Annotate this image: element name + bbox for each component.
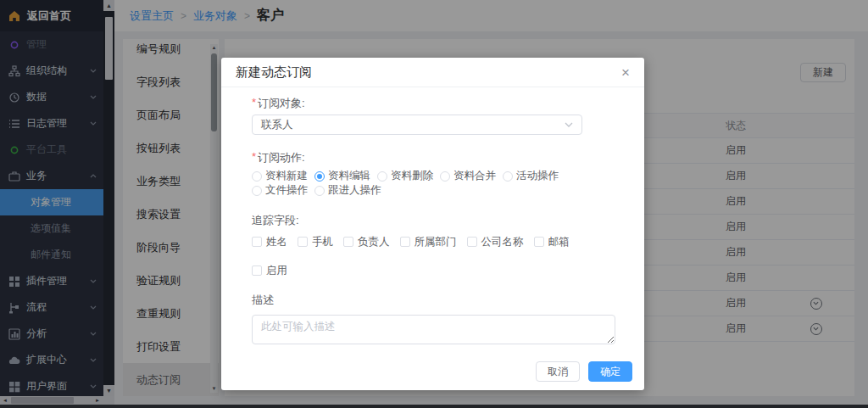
radio-follower-operation[interactable]: 跟进人操作: [314, 183, 381, 198]
checkbox-enable[interactable]: 启用: [252, 264, 605, 277]
radio-icon: [377, 171, 387, 182]
radio-file-operation[interactable]: 文件操作: [252, 183, 308, 198]
radio-icon: [314, 186, 325, 196]
checkbox-icon: [534, 237, 544, 247]
dialog-body: * 订阅对象: 联系人 * 订阅动作: 资料新建: [221, 87, 644, 347]
confirm-button[interactable]: 确定: [588, 361, 632, 382]
radio-data-delete[interactable]: 资料删除: [377, 169, 433, 183]
track-fields-label: 追踪字段:: [252, 213, 299, 228]
checkbox-icon: [343, 237, 353, 247]
checkbox-owner[interactable]: 负责人: [343, 235, 390, 249]
dialog-footer: 取消 确定: [536, 361, 632, 382]
cancel-button[interactable]: 取消: [536, 361, 580, 382]
required-mark: *: [252, 96, 256, 111]
subscribe-object-label: 订阅对象:: [258, 96, 305, 111]
description-field: 描述: [252, 293, 615, 347]
new-dynamic-subscription-dialog: 新建动态订阅 × * 订阅对象: 联系人 * 订阅动作:: [221, 58, 644, 390]
checkbox-department[interactable]: 所属部门: [400, 235, 457, 249]
enable-field: 启用: [252, 264, 615, 277]
selected-value: 联系人: [261, 118, 293, 132]
track-fields-options: 姓名 手机 负责人 所属部门 公司名称: [252, 235, 625, 249]
radio-icon: [252, 171, 262, 182]
radio-data-merge[interactable]: 资料合并: [440, 169, 496, 183]
subscribe-action-label: 订阅动作:: [258, 150, 305, 165]
chevron-down-icon: [565, 122, 573, 127]
track-fields-field: 追踪字段: 姓名 手机 负责人 所属部门: [252, 213, 615, 249]
dialog-title: 新建动态订阅: [236, 64, 312, 81]
checkbox-icon: [298, 237, 308, 247]
app-window: 返回首页 管理 组织结构 数据 日志管理: [0, 0, 868, 408]
radio-activity-operation[interactable]: 活动操作: [503, 169, 559, 183]
subscribe-action-options: 资料新建 资料编辑 资料删除 资料合并 活动操作: [252, 169, 625, 198]
radio-icon: [503, 171, 513, 182]
checkbox-icon: [467, 237, 477, 247]
checkbox-company-name[interactable]: 公司名称: [467, 235, 524, 249]
subscribe-action-field: * 订阅动作: 资料新建 资料编辑 资料删除 资料合并: [252, 150, 615, 198]
checkbox-icon: [252, 265, 262, 276]
checkbox-email[interactable]: 邮箱: [534, 235, 570, 249]
radio-icon: [314, 171, 325, 182]
radio-icon: [440, 171, 450, 182]
subscribe-object-field: * 订阅对象: 联系人: [252, 96, 615, 135]
subscribe-object-select[interactable]: 联系人: [252, 115, 582, 135]
description-label: 描述: [252, 293, 615, 308]
checkbox-icon: [400, 237, 410, 247]
radio-data-edit[interactable]: 资料编辑: [314, 169, 370, 183]
required-mark: *: [252, 150, 256, 165]
dialog-header: 新建动态订阅 ×: [221, 58, 644, 87]
close-icon[interactable]: ×: [621, 65, 630, 80]
checkbox-icon: [252, 237, 262, 247]
radio-icon: [252, 186, 262, 196]
checkbox-mobile[interactable]: 手机: [298, 235, 333, 249]
description-textarea[interactable]: [252, 315, 615, 344]
checkbox-name[interactable]: 姓名: [252, 235, 287, 249]
radio-data-create[interactable]: 资料新建: [252, 169, 308, 183]
